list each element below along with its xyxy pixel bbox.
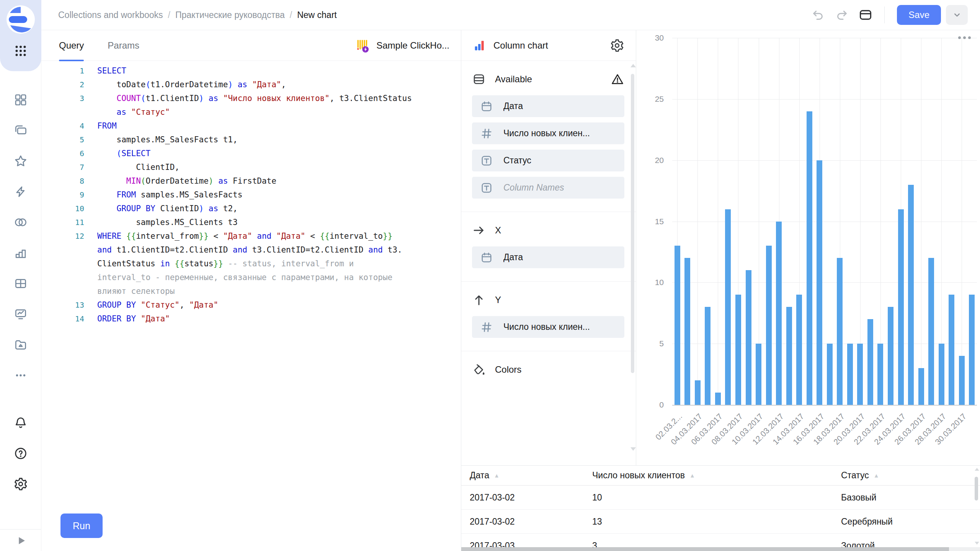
scrollbar-thumb[interactable] — [975, 477, 978, 500]
calendar-icon — [480, 99, 493, 113]
code-line[interactable]: 11 samples.MS_Clients t3 — [41, 215, 461, 229]
folder-icon[interactable] — [13, 337, 28, 352]
more-icon[interactable] — [13, 368, 28, 383]
chart-bar — [735, 295, 741, 405]
code-line[interactable]: влияют селекторы — [41, 284, 461, 298]
redo-icon[interactable] — [833, 6, 851, 24]
code-line[interactable]: as "Статус" — [41, 105, 461, 119]
line-number: 7 — [41, 160, 84, 174]
field-chip-column-names[interactable]: Column Names — [472, 177, 624, 199]
code-line[interactable]: 7 ClientID, — [41, 160, 461, 174]
code-line[interactable]: 13GROUP BY "Статус", "Дата" — [41, 298, 461, 312]
code-line[interactable]: 2 toDate(t1.OrderDatetime) as "Дата", — [41, 78, 461, 91]
apps-grid-icon[interactable] — [13, 43, 29, 59]
tables-icon[interactable] — [13, 276, 28, 291]
run-button[interactable]: Run — [60, 514, 103, 538]
sql-editor[interactable]: 1SELECT2 toDate(t1.OrderDatetime) as "Да… — [41, 61, 461, 551]
connections-lightning-icon[interactable] — [13, 184, 28, 199]
dashboards-monitor-icon[interactable] — [13, 307, 28, 321]
chart-bar — [756, 344, 761, 405]
config-scrollbar[interactable] — [630, 64, 635, 451]
column-header-status[interactable]: Статус ▲ — [841, 470, 980, 481]
scroll-down-icon[interactable] — [630, 447, 636, 451]
chart-bar — [949, 295, 954, 405]
chart-bar — [715, 393, 721, 405]
collections-icon[interactable] — [13, 123, 28, 138]
calendar-icon — [480, 251, 493, 264]
connection-selector[interactable]: Sample ClickHo... — [355, 30, 449, 60]
tab-params[interactable]: Params — [108, 30, 139, 61]
scroll-down-icon[interactable] — [975, 542, 979, 545]
number-hash-icon — [480, 127, 493, 140]
scroll-up-icon[interactable] — [630, 64, 636, 67]
section-y: Y Число новых клиен... — [461, 282, 636, 351]
breadcrumb-separator: / — [168, 10, 170, 20]
code-line[interactable]: 1SELECT — [41, 64, 461, 78]
chart-bar — [969, 295, 975, 405]
code-line[interactable]: 5 samples.MS_SalesFacts t1, — [41, 133, 461, 147]
sort-asc-icon[interactable]: ▲ — [874, 472, 879, 479]
datalens-logo[interactable] — [6, 5, 36, 34]
undo-icon[interactable] — [809, 6, 827, 24]
chart-bar — [867, 319, 873, 405]
sort-asc-icon[interactable]: ▲ — [494, 472, 500, 479]
chart-bar — [857, 344, 863, 405]
scrollbar-thumb[interactable] — [631, 74, 634, 373]
chart-bar — [827, 344, 833, 405]
x-field-chip[interactable]: Дата — [472, 246, 624, 268]
field-chip-status[interactable]: Статус — [472, 150, 624, 171]
dashboards-icon[interactable] — [13, 93, 28, 107]
save-button[interactable]: Save — [897, 5, 941, 25]
code-line[interactable]: 8 MIN(OrderDatetime) as FirstDate — [41, 174, 461, 188]
warning-icon[interactable] — [611, 72, 624, 86]
chart-bar — [928, 258, 934, 405]
breadcrumb-workbook[interactable]: Практические руководства — [175, 10, 285, 20]
help-icon[interactable] — [13, 446, 28, 461]
save-options-button[interactable] — [946, 5, 968, 25]
sidebar-expand-icon[interactable] — [15, 534, 28, 547]
breadcrumb-collections[interactable]: Collections and workbooks — [58, 10, 163, 20]
code-line[interactable]: interval_to - переменные, связанные с па… — [41, 271, 461, 284]
field-chip-new-clients[interactable]: Число новых клиен... — [472, 122, 624, 144]
chevron-down-icon — [951, 9, 963, 21]
code-line[interactable]: 10 GROUP BY ClientID) as t2, — [41, 202, 461, 215]
sort-asc-icon[interactable]: ▲ — [689, 472, 695, 479]
line-number — [41, 105, 84, 119]
chart-bar — [786, 307, 792, 405]
line-number: 1 — [41, 64, 84, 78]
code-line[interactable]: 9 FROM samples.MS_SalesFacts — [41, 188, 461, 202]
code-line[interactable]: 12WHERE {{interval_from}} < "Дата" and "… — [41, 229, 461, 243]
paint-bucket-icon — [472, 363, 486, 377]
code-line[interactable]: ClientStatus in {{status}} -- status, in… — [41, 257, 461, 271]
notifications-bell-icon[interactable] — [13, 416, 28, 430]
datasets-icon[interactable] — [13, 215, 28, 230]
settings-gear-icon[interactable] — [13, 477, 28, 491]
chart-settings-gear-icon[interactable] — [610, 38, 624, 53]
scroll-up-icon[interactable] — [975, 468, 979, 471]
line-number: 8 — [41, 174, 84, 188]
y-field-chip[interactable]: Число новых клиен... — [472, 316, 624, 338]
table-horizontal-scrollbar[interactable] — [461, 547, 980, 551]
line-number: 10 — [41, 202, 84, 215]
code-line[interactable]: 14ORDER BY "Дата" — [41, 312, 461, 326]
favorites-star-icon[interactable] — [13, 154, 28, 168]
x-axis-line — [672, 405, 977, 406]
column-header-date[interactable]: Дата ▲ — [470, 470, 592, 481]
section-x: X Дата — [461, 212, 636, 282]
table-vertical-scrollbar[interactable] — [974, 468, 979, 545]
available-label: Available — [495, 74, 532, 85]
chart-type-label[interactable]: Column chart — [493, 40, 548, 51]
chart-menu-icon[interactable] — [958, 36, 971, 39]
column-header-new-clients[interactable]: Число новых клиентов ▲ — [592, 470, 841, 481]
code-line[interactable]: 6 (SELECT — [41, 147, 461, 160]
field-chip-date[interactable]: Дата — [472, 95, 624, 117]
charts-icon[interactable] — [13, 246, 28, 260]
code-line[interactable]: and t1.ClientID=t2.ClientID and t3.Clien… — [41, 243, 461, 257]
code-line[interactable]: 4FROM — [41, 119, 461, 133]
scrollbar-thumb[interactable] — [461, 547, 949, 551]
line-number: 2 — [41, 78, 84, 91]
toggle-panel-icon[interactable] — [857, 6, 874, 24]
topbar-divider — [884, 7, 885, 23]
tab-query[interactable]: Query — [59, 30, 84, 61]
code-line[interactable]: 3 COUNT(t1.ClientID) as "Число новых кли… — [41, 91, 461, 105]
